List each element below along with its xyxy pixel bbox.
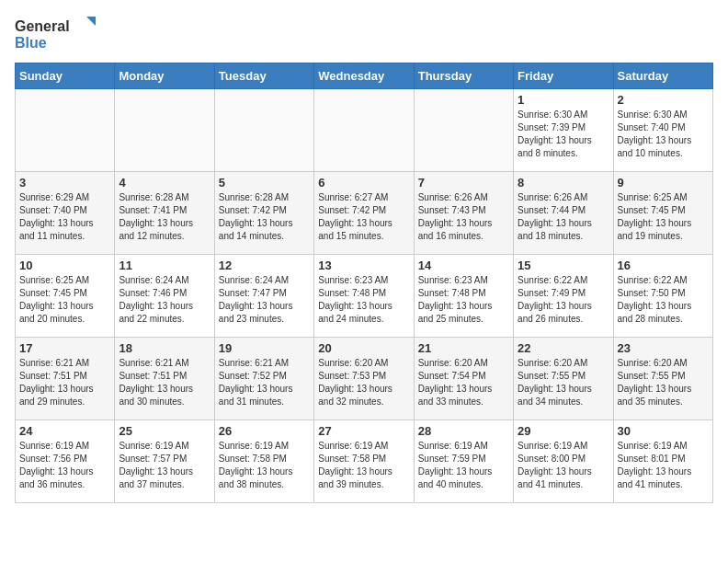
- calendar-cell: [115, 89, 214, 172]
- day-number: 17: [19, 341, 110, 355]
- day-number: 15: [518, 259, 609, 272]
- calendar-cell: 1Sunrise: 6:30 AMSunset: 7:39 PMDaylight…: [514, 89, 613, 172]
- day-number: 26: [219, 424, 310, 438]
- calendar-week-0: 1Sunrise: 6:30 AMSunset: 7:39 PMDaylight…: [16, 89, 713, 172]
- calendar-cell: 7Sunrise: 6:26 AMSunset: 7:43 PMDaylight…: [414, 172, 513, 255]
- day-number: 8: [518, 176, 609, 190]
- calendar-cell: 6Sunrise: 6:27 AMSunset: 7:42 PMDaylight…: [314, 172, 414, 255]
- header-day-tuesday: Tuesday: [214, 63, 313, 89]
- svg-marker-2: [86, 17, 96, 26]
- calendar-cell: 11Sunrise: 6:24 AMSunset: 7:46 PMDayligh…: [115, 255, 214, 338]
- calendar-cell: 27Sunrise: 6:19 AMSunset: 7:58 PMDayligh…: [314, 420, 414, 503]
- day-info: Sunrise: 6:29 AMSunset: 7:40 PMDaylight:…: [19, 191, 110, 243]
- day-number: 22: [518, 341, 609, 355]
- day-info: Sunrise: 6:19 AMSunset: 8:01 PMDaylight:…: [618, 440, 709, 491]
- day-info: Sunrise: 6:21 AMSunset: 7:51 PMDaylight:…: [19, 357, 110, 408]
- day-number: 25: [119, 424, 210, 438]
- day-info: Sunrise: 6:21 AMSunset: 7:52 PMDaylight:…: [219, 357, 310, 408]
- day-number: 12: [219, 259, 310, 272]
- day-info: Sunrise: 6:19 AMSunset: 7:56 PMDaylight:…: [19, 440, 110, 491]
- day-number: 5: [219, 176, 310, 190]
- logo-container: General Blue: [15, 15, 97, 52]
- day-info: Sunrise: 6:21 AMSunset: 7:51 PMDaylight:…: [119, 357, 210, 408]
- header-day-friday: Friday: [514, 63, 613, 89]
- calendar-cell: 17Sunrise: 6:21 AMSunset: 7:51 PMDayligh…: [16, 338, 115, 420]
- day-number: 16: [618, 259, 709, 272]
- calendar-week-3: 17Sunrise: 6:21 AMSunset: 7:51 PMDayligh…: [16, 338, 713, 420]
- logo: General Blue: [15, 15, 97, 52]
- day-number: 3: [19, 176, 110, 190]
- logo-svg: General Blue: [15, 15, 97, 52]
- calendar-cell: 4Sunrise: 6:28 AMSunset: 7:41 PMDaylight…: [115, 172, 214, 255]
- calendar-cell: 18Sunrise: 6:21 AMSunset: 7:51 PMDayligh…: [115, 338, 214, 420]
- day-info: Sunrise: 6:27 AMSunset: 7:42 PMDaylight:…: [318, 191, 409, 243]
- calendar-cell: 10Sunrise: 6:25 AMSunset: 7:45 PMDayligh…: [16, 255, 115, 338]
- calendar-cell: 22Sunrise: 6:20 AMSunset: 7:55 PMDayligh…: [514, 338, 613, 420]
- day-info: Sunrise: 6:28 AMSunset: 7:41 PMDaylight:…: [119, 191, 210, 243]
- day-number: 13: [318, 259, 409, 272]
- day-info: Sunrise: 6:20 AMSunset: 7:54 PMDaylight:…: [418, 357, 509, 408]
- calendar-week-4: 24Sunrise: 6:19 AMSunset: 7:56 PMDayligh…: [16, 420, 713, 503]
- day-number: 21: [418, 341, 509, 355]
- calendar-cell: [214, 89, 313, 172]
- calendar-cell: 15Sunrise: 6:22 AMSunset: 7:49 PMDayligh…: [514, 255, 613, 338]
- day-info: Sunrise: 6:23 AMSunset: 7:48 PMDaylight:…: [318, 274, 409, 326]
- calendar-cell: 3Sunrise: 6:29 AMSunset: 7:40 PMDaylight…: [16, 172, 115, 255]
- day-number: 24: [19, 424, 110, 438]
- day-number: 7: [418, 176, 509, 190]
- header-day-wednesday: Wednesday: [314, 63, 414, 89]
- calendar-cell: 23Sunrise: 6:20 AMSunset: 7:55 PMDayligh…: [613, 338, 712, 420]
- day-number: 19: [219, 341, 310, 355]
- day-number: 29: [518, 424, 609, 438]
- calendar-table: SundayMondayTuesdayWednesdayThursdayFrid…: [15, 63, 713, 503]
- calendar-cell: 19Sunrise: 6:21 AMSunset: 7:52 PMDayligh…: [214, 338, 313, 420]
- header-day-monday: Monday: [115, 63, 214, 89]
- day-number: 10: [19, 259, 110, 272]
- day-number: 28: [418, 424, 509, 438]
- day-info: Sunrise: 6:19 AMSunset: 7:59 PMDaylight:…: [418, 440, 509, 491]
- calendar-cell: 13Sunrise: 6:23 AMSunset: 7:48 PMDayligh…: [314, 255, 414, 338]
- day-number: 6: [318, 176, 409, 190]
- day-number: 20: [318, 341, 409, 355]
- calendar-cell: 30Sunrise: 6:19 AMSunset: 8:01 PMDayligh…: [613, 420, 712, 503]
- day-info: Sunrise: 6:20 AMSunset: 7:55 PMDaylight:…: [518, 357, 609, 408]
- day-number: 14: [418, 259, 509, 272]
- svg-text:General: General: [15, 18, 70, 34]
- calendar-week-2: 10Sunrise: 6:25 AMSunset: 7:45 PMDayligh…: [16, 255, 713, 338]
- day-info: Sunrise: 6:30 AMSunset: 7:40 PMDaylight:…: [618, 109, 709, 160]
- calendar-cell: 5Sunrise: 6:28 AMSunset: 7:42 PMDaylight…: [214, 172, 313, 255]
- day-number: 18: [119, 341, 210, 355]
- calendar-cell: 25Sunrise: 6:19 AMSunset: 7:57 PMDayligh…: [115, 420, 214, 503]
- day-info: Sunrise: 6:19 AMSunset: 7:58 PMDaylight:…: [318, 440, 409, 491]
- day-info: Sunrise: 6:25 AMSunset: 7:45 PMDaylight:…: [19, 274, 110, 326]
- calendar-cell: 21Sunrise: 6:20 AMSunset: 7:54 PMDayligh…: [414, 338, 513, 420]
- calendar-cell: 24Sunrise: 6:19 AMSunset: 7:56 PMDayligh…: [16, 420, 115, 503]
- calendar-cell: 14Sunrise: 6:23 AMSunset: 7:48 PMDayligh…: [414, 255, 513, 338]
- svg-text:Blue: Blue: [15, 35, 47, 51]
- day-number: 30: [618, 424, 709, 438]
- calendar-cell: 28Sunrise: 6:19 AMSunset: 7:59 PMDayligh…: [414, 420, 513, 503]
- day-info: Sunrise: 6:19 AMSunset: 7:58 PMDaylight:…: [219, 440, 310, 491]
- day-number: 11: [119, 259, 210, 272]
- header-row: SundayMondayTuesdayWednesdayThursdayFrid…: [16, 63, 713, 89]
- calendar-cell: [414, 89, 513, 172]
- day-info: Sunrise: 6:30 AMSunset: 7:39 PMDaylight:…: [518, 109, 609, 160]
- header: General Blue: [15, 15, 713, 52]
- day-number: 2: [618, 93, 709, 107]
- day-info: Sunrise: 6:25 AMSunset: 7:45 PMDaylight:…: [618, 191, 709, 243]
- day-number: 9: [618, 176, 709, 190]
- day-info: Sunrise: 6:23 AMSunset: 7:48 PMDaylight:…: [418, 274, 509, 326]
- day-info: Sunrise: 6:26 AMSunset: 7:44 PMDaylight:…: [518, 191, 609, 243]
- calendar-cell: 16Sunrise: 6:22 AMSunset: 7:50 PMDayligh…: [613, 255, 712, 338]
- day-number: 27: [318, 424, 409, 438]
- header-day-thursday: Thursday: [414, 63, 513, 89]
- calendar-cell: 9Sunrise: 6:25 AMSunset: 7:45 PMDaylight…: [613, 172, 712, 255]
- day-info: Sunrise: 6:20 AMSunset: 7:53 PMDaylight:…: [318, 357, 409, 408]
- day-info: Sunrise: 6:24 AMSunset: 7:47 PMDaylight:…: [219, 274, 310, 326]
- day-number: 4: [119, 176, 210, 190]
- calendar-cell: 2Sunrise: 6:30 AMSunset: 7:40 PMDaylight…: [613, 89, 712, 172]
- day-info: Sunrise: 6:24 AMSunset: 7:46 PMDaylight:…: [119, 274, 210, 326]
- header-day-saturday: Saturday: [613, 63, 712, 89]
- calendar-cell: 29Sunrise: 6:19 AMSunset: 8:00 PMDayligh…: [514, 420, 613, 503]
- calendar-cell: 20Sunrise: 6:20 AMSunset: 7:53 PMDayligh…: [314, 338, 414, 420]
